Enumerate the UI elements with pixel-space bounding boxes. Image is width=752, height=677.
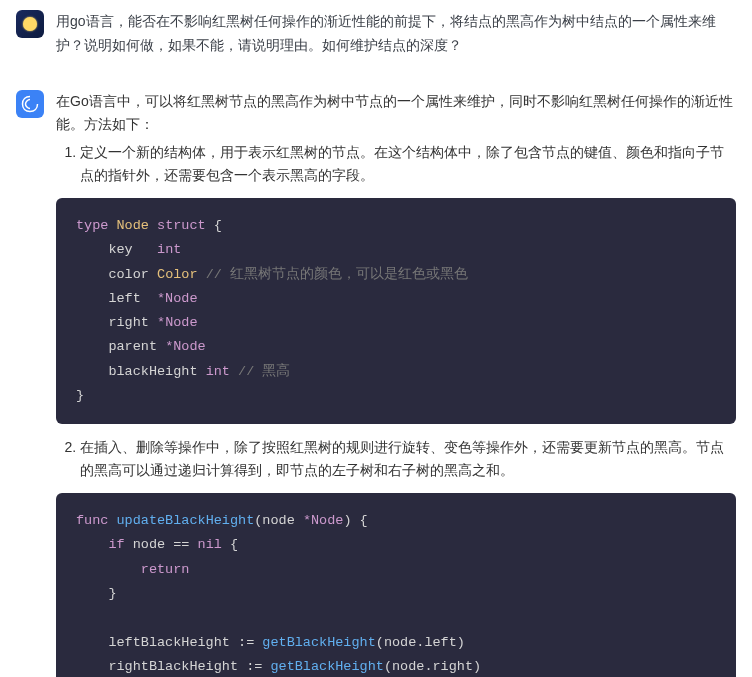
field-key: key [108,242,132,257]
ai-message: 在Go语言中，可以将红黑树节点的黑高作为树中节点的一个属性来维护，同时不影响红黑… [0,80,752,677]
brace-open: { [214,218,222,233]
code-block-1[interactable]: type Node struct { key int color Color /… [56,198,736,424]
prop-right: node.right [392,659,473,674]
field-blackheight: blackHeight [108,364,197,379]
keyword-nil: nil [198,537,222,552]
paren-open-3: ( [384,659,392,674]
type-color: Color [157,267,198,282]
var-leftbh: leftBlackHeight [108,635,230,650]
code-block-2[interactable]: func updateBlackHeight(node *Node) { if … [56,493,736,677]
brace-close-2: } [108,586,116,601]
field-color: color [108,267,149,282]
prop-left: node.left [384,635,457,650]
type-node: Node [117,218,149,233]
param-node: node [262,513,294,528]
ai-content: 在Go语言中，可以将红黑树节点的黑高作为树中节点的一个属性来维护，同时不影响红黑… [56,90,736,677]
user-message: 用go语言，能否在不影响红黑树任何操作的渐近性能的前提下，将结点的黑高作为树中结… [0,0,752,68]
paren-close-2: ) [457,635,465,650]
type-int-2: int [206,364,230,379]
func-getbh-1: getBlackHeight [262,635,375,650]
type-ptr-node-1: *Node [157,291,198,306]
answer-list: 定义一个新的结构体，用于表示红黑树的节点。在这个结构体中，除了包含节点的键值、颜… [56,141,736,186]
param-type: *Node [303,513,344,528]
answer-intro: 在Go语言中，可以将红黑树节点的黑高作为树中节点的一个属性来维护，同时不影响红黑… [56,90,736,138]
paren-close-3: ) [473,659,481,674]
var-rightbh: rightBlackHeight [108,659,238,674]
func-getbh-2: getBlackHeight [270,659,383,674]
comment-2: // 黑高 [238,364,290,379]
list-item-2: 在插入、删除等操作中，除了按照红黑树的规则进行旋转、变色等操作外，还需要更新节点… [80,436,736,481]
answer-list-2: 在插入、删除等操作中，除了按照红黑树的规则进行旋转、变色等操作外，还需要更新节点… [56,436,736,481]
brace-open-3: { [230,537,238,552]
user-avatar [16,10,44,38]
keyword-func: func [76,513,108,528]
op-walrus-2: := [246,659,262,674]
field-right: right [108,315,149,330]
keyword-if: if [108,537,124,552]
keyword-type: type [76,218,108,233]
comment-1: // 红黑树节点的颜色，可以是红色或黑色 [206,267,468,282]
keyword-struct: struct [157,218,206,233]
type-int: int [157,242,181,257]
keyword-return: return [141,562,190,577]
brace-open-2: { [360,513,368,528]
paren-open-2: ( [376,635,384,650]
field-left: left [108,291,140,306]
op-eq: == [173,537,189,552]
field-parent: parent [108,339,157,354]
paren-close-1: ) [343,513,351,528]
list-item-1: 定义一个新的结构体，用于表示红黑树的节点。在这个结构体中，除了包含节点的键值、颜… [80,141,736,186]
ai-avatar [16,90,44,118]
type-ptr-node-3: *Node [165,339,206,354]
op-walrus-1: := [238,635,254,650]
question-text: 用go语言，能否在不影响红黑树任何操作的渐近性能的前提下，将结点的黑高作为树中结… [56,10,736,58]
brace-close-1: } [76,388,84,403]
var-node-1: node [133,537,165,552]
type-ptr-node-2: *Node [157,315,198,330]
func-updateblackheight: updateBlackHeight [117,513,255,528]
user-content: 用go语言，能否在不影响红黑树任何操作的渐近性能的前提下，将结点的黑高作为树中结… [56,10,736,58]
swirl-icon [21,95,39,113]
